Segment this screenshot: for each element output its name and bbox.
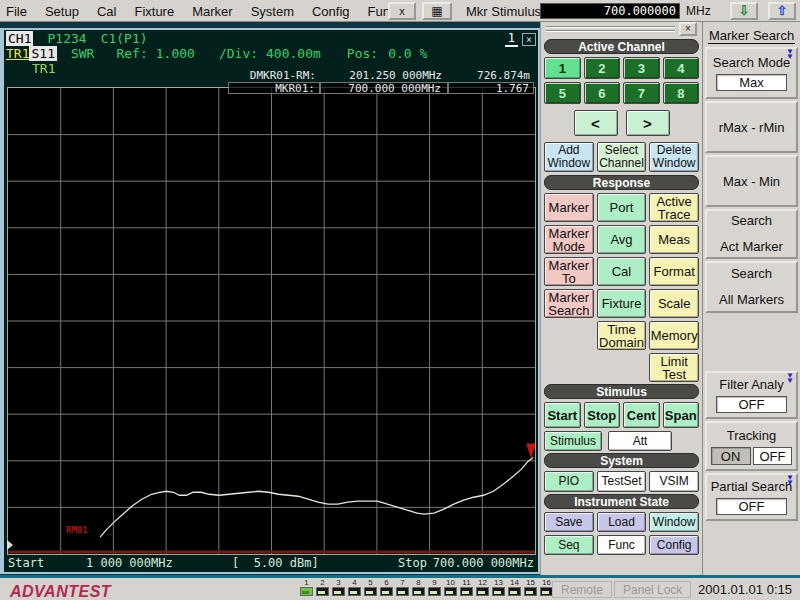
port-led-icon: [492, 587, 505, 596]
delete-window-button[interactable]: Delete Window: [649, 142, 699, 172]
spacer: [597, 353, 647, 382]
partial-search-softkey[interactable]: ▼▼ Partial Search OFF: [705, 473, 798, 521]
port-led-icon: [460, 587, 473, 596]
port-button[interactable]: Port: [597, 193, 647, 222]
tracking-softkey[interactable]: Tracking ON OFF: [705, 421, 798, 471]
spacer: [544, 353, 594, 382]
graph-plot-area[interactable]: RM01: [7, 87, 536, 555]
reference-marker-label: RM01: [66, 525, 88, 535]
port-led-icon: [300, 587, 313, 596]
meas-button[interactable]: Meas: [649, 225, 699, 254]
tracking-off-button[interactable]: OFF: [753, 447, 793, 465]
func-button[interactable]: Func: [597, 535, 647, 555]
menu-system[interactable]: System: [249, 3, 296, 20]
trace-list-label: TR1: [32, 61, 55, 76]
port-indicator-14: 14: [508, 578, 521, 596]
stop-button[interactable]: Stop: [584, 402, 621, 428]
select-channel-button[interactable]: Select Channel: [597, 142, 647, 172]
filter-analy-softkey[interactable]: ▼▼ Filter Analy OFF: [705, 371, 798, 419]
rmax-rmin-softkey[interactable]: rMax - rMin: [705, 101, 798, 153]
cal-button[interactable]: Cal: [597, 257, 647, 286]
active-trace-button[interactable]: Active Trace: [649, 193, 699, 222]
save-button[interactable]: Save: [544, 512, 594, 532]
channel-1-button[interactable]: 1: [544, 57, 581, 79]
time-domain-button[interactable]: Time Domain: [597, 321, 647, 350]
cent-button[interactable]: Cent: [623, 402, 660, 428]
next-channel-button[interactable]: >: [626, 110, 670, 136]
panel-close-button[interactable]: ×: [679, 22, 697, 36]
partial-search-value: OFF: [716, 498, 787, 515]
trace-name[interactable]: TR1: [6, 46, 29, 61]
channel-6-button[interactable]: 6: [584, 82, 621, 104]
config-button[interactable]: Config: [649, 535, 699, 555]
limit-test-button[interactable]: Limit Test: [649, 353, 699, 382]
mkr-stimulus-input[interactable]: [540, 3, 680, 19]
panel-grabber[interactable]: ×: [544, 22, 699, 37]
s-parameter-label[interactable]: S11: [29, 46, 56, 61]
marker-search-button[interactable]: Marker Search: [544, 289, 594, 318]
tracking-on-button[interactable]: ON: [711, 447, 751, 465]
prev-channel-button[interactable]: <: [574, 110, 618, 136]
channel-4-button[interactable]: 4: [663, 57, 700, 79]
port-led-icon: [364, 587, 377, 596]
channel-3-button[interactable]: 3: [623, 57, 660, 79]
calculator-icon[interactable]: ▦: [422, 2, 452, 20]
port-indicator-1: 1: [300, 578, 313, 596]
memory-button[interactable]: Memory: [649, 321, 699, 350]
port-led-icon: [508, 587, 521, 596]
fixture-button[interactable]: Fixture: [597, 289, 647, 318]
avg-button[interactable]: Avg: [597, 225, 647, 254]
seq-button[interactable]: Seq: [544, 535, 594, 555]
menu-config[interactable]: Config: [310, 3, 352, 20]
scale-button[interactable]: Scale: [649, 289, 699, 318]
search-mode-softkey[interactable]: ▼▼ Search Mode Max: [705, 47, 798, 99]
menu-fixture[interactable]: Fixture: [132, 3, 176, 20]
load-button[interactable]: Load: [597, 512, 647, 532]
step-up-icon[interactable]: ⇧: [768, 2, 796, 20]
testset-button[interactable]: TestSet: [597, 471, 647, 492]
channel-5-button[interactable]: 5: [544, 82, 581, 104]
stimulus-button[interactable]: Stimulus: [544, 431, 602, 451]
att-button[interactable]: Att: [608, 431, 672, 451]
marker-mode-button[interactable]: Marker Mode: [544, 225, 594, 254]
marker-button[interactable]: Marker: [544, 193, 594, 222]
system-header: System: [544, 453, 699, 468]
format-button[interactable]: Format: [649, 257, 699, 286]
port-led-icon: [476, 587, 489, 596]
pio-button[interactable]: PIO: [544, 471, 594, 492]
marker-to-button[interactable]: Marker To: [544, 257, 594, 286]
window-close-icon[interactable]: ×: [522, 33, 536, 46]
menu-cal[interactable]: Cal: [95, 3, 119, 20]
search-all-markers-softkey[interactable]: Search All Markers: [705, 261, 798, 313]
port-led-icon: [316, 587, 329, 596]
menu-file[interactable]: File: [4, 3, 29, 20]
mkr-stimulus-unit: MHz: [686, 4, 711, 18]
mkr-stimulus-label: Mkr Stimulus: [466, 4, 541, 19]
softkey-panel-title: Marker Search: [705, 28, 798, 43]
vsim-button[interactable]: VSIM: [649, 471, 699, 492]
sweep-footer: Start 1 000 000MHz [ 5.00 dBm] Stop 700.…: [4, 555, 538, 572]
search-act-marker-softkey[interactable]: Search Act Marker: [705, 209, 798, 259]
window-number: 1: [505, 31, 518, 47]
port-indicator-9: 9: [428, 578, 441, 596]
channel-window: CH1 P1234 C1(P1) 1 × TR1 S11 SWR Ref: 1.…: [0, 28, 540, 574]
span-button[interactable]: Span: [663, 402, 700, 428]
port-led-icon: [444, 587, 457, 596]
max-min-softkey[interactable]: Max - Min: [705, 155, 798, 207]
panel-lock-indicator: Panel Lock: [614, 581, 691, 598]
channel-2-button[interactable]: 2: [584, 57, 621, 79]
div-value: 400.00m: [266, 46, 321, 61]
port-indicator-11: 11: [460, 578, 473, 596]
filter-analy-value: OFF: [716, 396, 787, 413]
toolbar-close-button[interactable]: x: [388, 2, 416, 20]
step-down-icon[interactable]: ⇩: [730, 2, 758, 20]
menu-marker[interactable]: Marker: [190, 3, 234, 20]
channel-8-button[interactable]: 8: [663, 82, 700, 104]
menu-setup[interactable]: Setup: [43, 3, 81, 20]
stop-label: Stop: [398, 556, 427, 570]
channel-7-button[interactable]: 7: [623, 82, 660, 104]
channel-label[interactable]: CH1: [6, 31, 33, 46]
start-button[interactable]: Start: [544, 402, 581, 428]
add-window-button[interactable]: Add Window: [544, 142, 594, 172]
window-button[interactable]: Window: [649, 512, 699, 532]
